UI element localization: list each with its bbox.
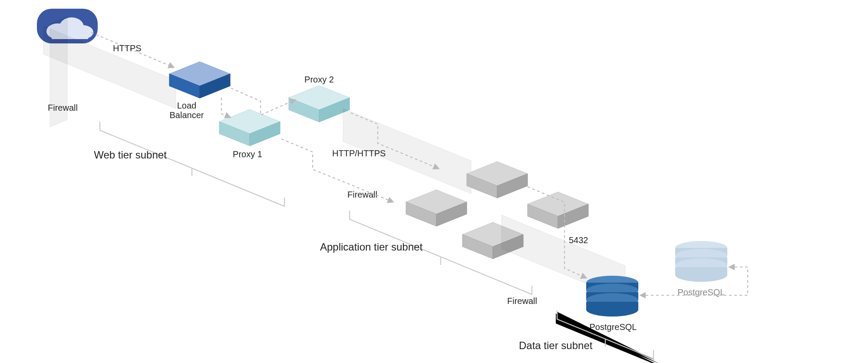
svg-point-49 [675,268,727,282]
proxy-1 [219,109,280,146]
port-label: 5432 [569,235,588,245]
postgres-primary [586,276,638,317]
load-balancer-label-1: Load [177,101,197,110]
svg-point-42 [586,303,638,317]
firewall-3-label: Firewall [507,296,537,306]
https-label: HTTPS [113,43,142,53]
app-tier-label: Application tier subnet [320,241,422,253]
http-https-label: HTTP/HTTPS [332,148,386,158]
firewall-1-label: Firewall [48,103,78,112]
firewall-2-label: Firewall [347,190,377,199]
proxy-2 [289,86,350,122]
arrow-lb-proxy2 [231,88,295,115]
app-server-1 [406,190,467,226]
load-balancer [169,62,230,98]
arrow-lb-proxy1 [221,98,230,117]
proxy-2-label: Proxy 2 [304,75,334,84]
web-tier-label: Web tier subnet [94,149,167,161]
data-tier-bracket2 [557,310,653,359]
proxy-1-label: Proxy 1 [233,149,262,159]
app-server-2 [467,162,528,198]
postgres-replica [675,241,727,282]
app-server-4 [528,192,588,228]
architecture-diagram: Firewall HTTPS Load Balancer Proxy 1 Pro… [0,0,868,363]
load-balancer-label-2: Balancer [170,110,204,120]
postgres-primary-label: PostgreSQL [590,322,637,332]
data-tier-label: Data tier subnet [519,340,593,351]
